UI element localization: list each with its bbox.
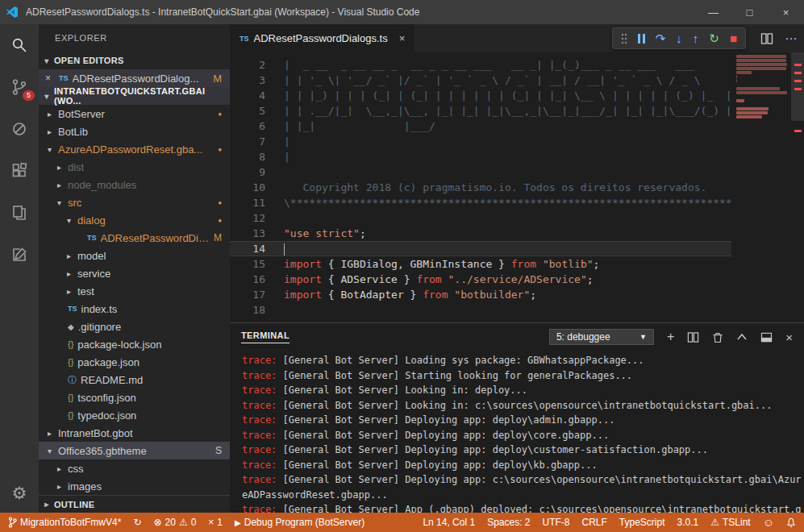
sidebar-title: EXPLORER: [39, 24, 230, 52]
sync-button[interactable]: ↻: [133, 517, 141, 528]
line-text: |: [284, 149, 290, 164]
code-line[interactable]: 16import { ADService } from "../service/…: [230, 272, 731, 287]
code-line[interactable]: 12: [230, 210, 731, 226]
maximize-button[interactable]: □: [731, 0, 768, 24]
notifications-bell-icon[interactable]: [786, 517, 796, 528]
version-indicator[interactable]: 3.0.1: [677, 517, 699, 528]
code-line[interactable]: 10 Copyright 2018 (c) pragmatismo.io. To…: [230, 180, 731, 195]
code-line[interactable]: 17import { BotAdapter } from "botbuilder…: [230, 287, 731, 302]
close-button[interactable]: ×: [768, 0, 804, 24]
tree-item[interactable]: ▸test: [39, 282, 230, 300]
maximize-panel-icon[interactable]: [736, 333, 748, 341]
split-terminal-icon[interactable]: [687, 331, 699, 343]
search-icon[interactable]: [9, 35, 30, 56]
split-editor-icon[interactable]: [760, 32, 773, 45]
tab-close-icon[interactable]: ×: [399, 32, 406, 44]
tree-item[interactable]: {}tsconfig.json: [39, 389, 230, 406]
tree-item[interactable]: {}package.json: [39, 353, 230, 371]
indentation-indicator[interactable]: Spaces: 2: [487, 517, 530, 528]
tree-item[interactable]: {}package-lock.json: [39, 335, 230, 353]
code-editor[interactable]: 2| _ __ _ __ __ _ __ _ _ __ ___ __ _| |_…: [230, 52, 804, 322]
more-actions-icon[interactable]: …: [785, 28, 798, 43]
tree-item[interactable]: ▾Office365.gbthemeS: [39, 442, 230, 459]
edit-icon[interactable]: [9, 244, 30, 265]
tree-item[interactable]: ▾src●: [39, 193, 230, 211]
tree-item[interactable]: ▸model: [39, 247, 230, 264]
tree-item[interactable]: ▸BotServer●: [39, 105, 230, 123]
settings-gear-icon[interactable]: ⚙: [12, 484, 27, 503]
step-out-icon[interactable]: ↑: [693, 32, 699, 44]
close-panel-icon[interactable]: ×: [785, 330, 793, 344]
tree-item[interactable]: ▸IntranetBot.gbot: [39, 424, 230, 442]
tree-item[interactable]: {}typedoc.json: [39, 406, 230, 424]
code-line[interactable]: 11\*************************************…: [230, 195, 731, 210]
tree-item[interactable]: ▸node_modules: [39, 176, 230, 193]
cursor-position[interactable]: Ln 14, Col 1: [423, 517, 475, 528]
code-line[interactable]: 4| | |_) | | | (_| | (_| | | | | | | (_|…: [230, 88, 731, 103]
close-icon[interactable]: ×: [45, 73, 55, 84]
chevron-down-icon: ▾: [45, 447, 54, 455]
code-line[interactable]: 8|: [230, 149, 731, 164]
drag-grip-icon[interactable]: [621, 33, 627, 44]
minimize-button[interactable]: —: [695, 0, 731, 24]
code-line[interactable]: 3| | '_ \| '__/ _` |/ _` | '_ ` _ \ / _`…: [230, 73, 731, 88]
tree-item[interactable]: ▸images: [39, 477, 230, 495]
tree-item[interactable]: TSADResetPasswordDial...M: [39, 229, 230, 247]
tslint-indicator[interactable]: ⚠ TSLint: [710, 517, 750, 528]
workspace-section-header[interactable]: ▾ INTRANETBOTQUICKSTART.GBAI (WO...: [39, 87, 230, 105]
terminal-output[interactable]: trace: [General Bot Server] Loading sys …: [230, 351, 804, 513]
code-line[interactable]: 2| _ __ _ __ __ _ __ _ _ __ ___ __ _| |_…: [230, 57, 731, 73]
tree-item[interactable]: ⓘREADME.md: [39, 371, 230, 389]
tree-item[interactable]: ◆.gitignore: [39, 318, 230, 335]
debug-icon[interactable]: [9, 118, 30, 139]
terminal-tab[interactable]: TERMINAL: [241, 330, 290, 343]
x-icon: ×: [208, 517, 214, 528]
aux-count-indicator[interactable]: × 1: [208, 517, 223, 528]
language-indicator[interactable]: TypeScript: [619, 517, 665, 528]
minimap[interactable]: [733, 54, 791, 322]
problems-indicator[interactable]: ⊗ 20 ⚠ 0: [153, 517, 196, 528]
tree-item[interactable]: TSindex.ts: [39, 300, 230, 318]
modified-dot-badge: ●: [218, 110, 222, 118]
tree-item[interactable]: ▾dialog●: [39, 211, 230, 229]
new-terminal-icon[interactable]: +: [667, 330, 674, 344]
pause-icon[interactable]: [638, 34, 645, 44]
outline-section-header[interactable]: ▸ OUTLINE: [39, 495, 230, 513]
encoding-indicator[interactable]: UTF-8: [543, 517, 570, 528]
git-branch-indicator[interactable]: MigrationToBotFmwV4*: [8, 517, 121, 528]
line-text: import { BotAdapter } from "botbuilder";: [284, 287, 536, 302]
step-into-icon[interactable]: ↓: [676, 32, 682, 44]
tree-item[interactable]: ▸dist: [39, 158, 230, 176]
stop-icon[interactable]: ■: [730, 32, 737, 44]
line-text: import { IGBDialog, GBMinInstance } from…: [284, 256, 599, 272]
restart-icon[interactable]: ↻: [709, 32, 719, 44]
code-line[interactable]: 5| | .__/|_| \__,_|\__, |_| |_| |_|\__,_…: [230, 103, 731, 118]
code-line[interactable]: 6| |_| |___/: [230, 118, 731, 134]
code-line[interactable]: 18: [230, 302, 731, 318]
feedback-smiley-icon[interactable]: ☺: [763, 516, 774, 529]
open-editor-item[interactable]: × TS ADResetPasswordDialog... M: [39, 69, 230, 87]
documents-icon[interactable]: [9, 202, 30, 223]
eol-indicator[interactable]: CRLF: [582, 517, 607, 528]
open-editors-section-header[interactable]: ▾ OPEN EDITORS: [39, 52, 230, 69]
source-control-icon[interactable]: 5: [9, 77, 30, 98]
step-over-icon[interactable]: ↷: [656, 32, 666, 44]
tree-item[interactable]: ▸BotLib: [39, 123, 230, 140]
line-text: \***************************************…: [284, 195, 731, 210]
code-line[interactable]: 14: [230, 241, 731, 256]
toggle-panel-icon[interactable]: [760, 332, 773, 343]
code-line[interactable]: 15import { IGBDialog, GBMinInstance } fr…: [230, 256, 731, 272]
tree-item[interactable]: ▸service: [39, 264, 230, 282]
code-line[interactable]: 9: [230, 164, 731, 180]
scrollbar-thumb[interactable]: [791, 52, 804, 121]
terminal-selector[interactable]: 5: debuggee ▼: [549, 329, 654, 345]
tree-item[interactable]: ▸css: [39, 459, 230, 477]
code-line[interactable]: 7|: [230, 134, 731, 149]
tree-item[interactable]: ▾AzureADPasswordReset.gba...●: [39, 140, 230, 158]
extensions-icon[interactable]: [9, 160, 30, 181]
debug-launch-indicator[interactable]: ▶ Debug Program (BotServer): [235, 517, 365, 528]
chevron-right-icon: ▸: [55, 464, 64, 473]
tab-adresetpassworddialogs[interactable]: TS ADResetPasswordDialogs.ts ×: [230, 24, 414, 52]
kill-terminal-icon[interactable]: [712, 331, 723, 343]
code-line[interactable]: 13"use strict";: [230, 226, 731, 241]
